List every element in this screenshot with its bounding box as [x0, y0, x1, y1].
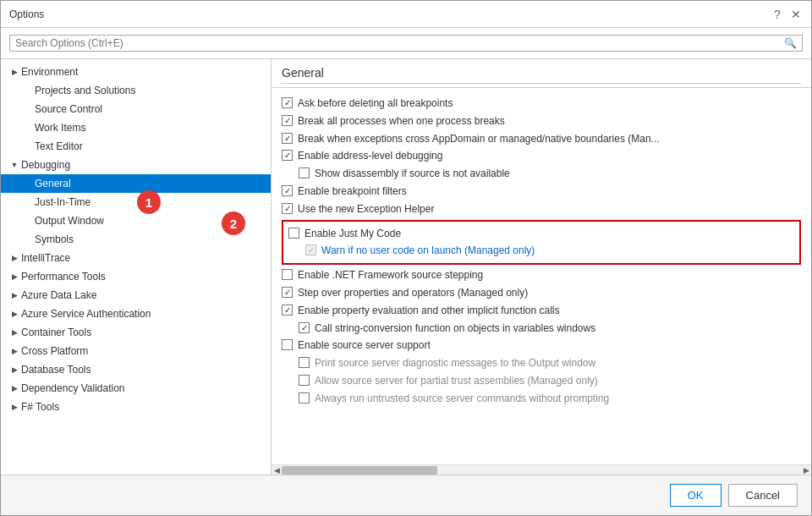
tree-item-performance-tools[interactable]: ▶Performance Tools: [1, 267, 271, 286]
tree-item-container-tools[interactable]: ▶Container Tools: [1, 323, 271, 342]
tree-label-dependency-validation: Dependency Validation: [21, 382, 125, 394]
scroll-thumb[interactable]: [282, 466, 437, 475]
checkbox-warn-no-user-code[interactable]: [305, 244, 316, 255]
checkbox-enable-breakpoint-filters[interactable]: [282, 185, 293, 196]
badge-2: 2: [222, 211, 245, 235]
checkbox-enable-source-server[interactable]: [282, 339, 293, 350]
tree-arrow-fsharp-tools: ▶: [8, 400, 21, 414]
horizontal-scrollbar[interactable]: ◀ ▶: [272, 464, 811, 475]
dialog-footer: OK Cancel: [1, 475, 811, 515]
checkbox-enable-property-eval[interactable]: [282, 305, 293, 316]
option-text-always-run-untrusted: Always run untrusted source server comma…: [315, 392, 609, 406]
dialog-body: 🔍 ▶EnvironmentProjects and SolutionsSour…: [1, 28, 811, 475]
tree-label-container-tools: Container Tools: [21, 327, 91, 338]
option-text-enable-breakpoint-filters: Enable breakpoint filters: [298, 184, 407, 199]
header-separator: [282, 83, 801, 84]
tree-arrow-debugging: ▼: [8, 158, 21, 172]
checkbox-enable-dotnet-source[interactable]: [282, 269, 293, 280]
options-area[interactable]: Ask before deleting all breakpointsBreak…: [272, 88, 811, 464]
title-bar: Options ? ✕: [1, 1, 811, 28]
options-dialog: Options ? ✕ 🔍 ▶EnvironmentProjects and S…: [0, 0, 812, 516]
badge-1: 1: [137, 190, 161, 214]
option-row-enable-just-my-code: Enable Just My Code: [288, 225, 794, 243]
scroll-track[interactable]: [282, 465, 801, 475]
option-row-use-new-exception-helper: Use the new Exception Helper: [282, 200, 801, 218]
tree-item-azure-data-lake[interactable]: ▶Azure Data Lake: [1, 286, 271, 305]
tree-item-database-tools[interactable]: ▶Database Tools: [1, 360, 271, 379]
checkbox-enable-address-level[interactable]: [282, 150, 293, 161]
scroll-right-arrow[interactable]: ▶: [801, 465, 811, 475]
option-row-break-exceptions-cross: Break when exceptions cross AppDomain or…: [282, 130, 801, 148]
option-row-enable-address-level: Enable address-level debugging: [282, 147, 801, 165]
checkbox-allow-partial-trust[interactable]: [299, 375, 310, 386]
checkbox-print-source-server-diag[interactable]: [299, 357, 310, 368]
checkbox-show-disassembly[interactable]: [299, 167, 310, 178]
tree-arrow-output-window: [8, 214, 21, 228]
checkbox-enable-just-my-code[interactable]: [288, 228, 299, 239]
tree-item-cross-platform[interactable]: ▶Cross Platform: [1, 342, 271, 360]
close-button[interactable]: ✕: [789, 8, 803, 21]
cancel-button[interactable]: Cancel: [728, 484, 798, 507]
checkbox-ask-delete-breakpoints[interactable]: [282, 97, 293, 108]
checkbox-step-over-properties[interactable]: [282, 287, 293, 298]
tree-item-source-control[interactable]: Source Control: [1, 100, 271, 118]
tree-label-performance-tools: Performance Tools: [21, 271, 106, 283]
option-row-always-run-untrusted: Always run untrusted source server comma…: [282, 390, 801, 408]
tree-item-environment[interactable]: ▶Environment: [1, 63, 271, 81]
right-panel: General Ask before deleting all breakpoi…: [272, 59, 811, 475]
tree-item-azure-service-auth[interactable]: ▶Azure Service Authentication: [1, 305, 271, 323]
ok-button[interactable]: OK: [670, 484, 721, 507]
option-row-enable-source-server: Enable source server support: [282, 337, 801, 354]
option-text-break-all-processes: Break all processes when one process bre…: [298, 114, 505, 129]
tree-arrow-azure-data-lake: ▶: [8, 288, 21, 302]
option-row-warn-no-user-code: Warn if no user code on launch (Managed …: [288, 242, 794, 260]
search-input[interactable]: [15, 37, 784, 49]
tree-item-intellitrace[interactable]: ▶IntelliTrace: [1, 249, 271, 267]
option-text-warn-no-user-code: Warn if no user code on launch (Managed …: [321, 244, 535, 258]
tree-arrow-azure-service-auth: ▶: [8, 307, 21, 321]
tree-label-just-in-time: Just-In-Time: [35, 196, 91, 208]
tree-arrow-just-in-time: [8, 195, 21, 209]
tree-item-text-editor[interactable]: Text Editor: [1, 137, 271, 156]
option-row-enable-property-eval: Enable property evaluation and other imp…: [282, 302, 801, 320]
tree-arrow-work-items: [8, 121, 21, 134]
tree-area[interactable]: ▶EnvironmentProjects and SolutionsSource…: [1, 59, 271, 475]
search-icon: 🔍: [784, 37, 797, 49]
title-bar-left: Options: [9, 8, 44, 20]
option-text-enable-source-server: Enable source server support: [298, 338, 431, 353]
checkbox-call-string-conversion[interactable]: [299, 322, 310, 333]
title-bar-controls: ? ✕: [771, 8, 803, 21]
checkbox-break-exceptions-cross[interactable]: [282, 133, 293, 144]
tree-arrow-projects-solutions: [8, 84, 21, 97]
option-row-allow-partial-trust: Allow source server for partial trust as…: [282, 372, 801, 390]
main-content: ▶EnvironmentProjects and SolutionsSource…: [1, 59, 811, 475]
option-row-ask-delete-breakpoints: Ask before deleting all breakpoints: [282, 95, 801, 113]
tree-item-general[interactable]: General: [1, 174, 271, 193]
checkbox-break-all-processes[interactable]: [282, 115, 293, 126]
tree-label-debugging: Debugging: [21, 159, 70, 171]
option-text-enable-address-level: Enable address-level debugging: [298, 149, 442, 163]
tree-label-projects-solutions: Projects and Solutions: [35, 85, 135, 96]
tree-item-just-in-time[interactable]: Just-In-Time: [1, 193, 271, 211]
checkbox-use-new-exception-helper[interactable]: [282, 203, 293, 214]
help-button[interactable]: ?: [771, 8, 784, 21]
tree-item-work-items[interactable]: Work Items: [1, 118, 271, 137]
tree-item-projects-solutions[interactable]: Projects and Solutions: [1, 81, 271, 100]
tree-item-debugging[interactable]: ▼Debugging: [1, 156, 271, 174]
tree-item-fsharp-tools[interactable]: ▶F# Tools: [1, 398, 271, 416]
option-row-call-string-conversion: Call string-conversion function on objec…: [282, 320, 801, 338]
tree-arrow-general: [8, 177, 21, 190]
tree-label-work-items: Work Items: [35, 122, 85, 134]
scroll-left-arrow[interactable]: ◀: [272, 465, 282, 475]
tree-arrow-cross-platform: ▶: [8, 344, 21, 358]
option-row-show-disassembly: Show disassembly if source is not availa…: [282, 165, 801, 183]
tree-label-general: General: [35, 178, 71, 189]
tree-arrow-source-control: [8, 102, 21, 116]
left-panel: ▶EnvironmentProjects and SolutionsSource…: [1, 59, 272, 475]
right-header: General: [272, 59, 811, 88]
tree-item-dependency-validation[interactable]: ▶Dependency Validation: [1, 379, 271, 398]
checkbox-always-run-untrusted[interactable]: [299, 392, 310, 403]
search-bar: 🔍: [1, 28, 811, 59]
tree-label-azure-service-auth: Azure Service Authentication: [21, 308, 151, 320]
option-row-step-over-properties: Step over properties and operators (Mana…: [282, 284, 801, 302]
